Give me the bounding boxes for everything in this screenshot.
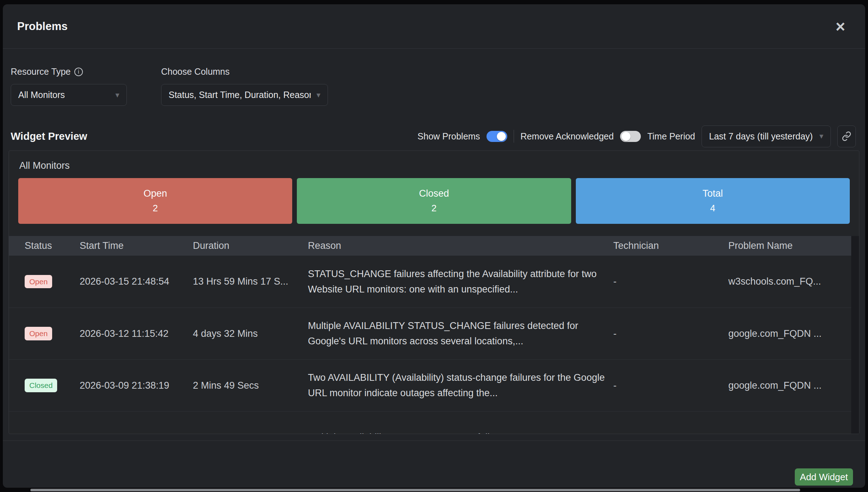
- filters-section: Resource Type i All Monitors ▾ Choose Co…: [11, 67, 328, 106]
- problem-name-cell: google.com_FQDN ...: [728, 308, 859, 359]
- widget-preview-header: Widget Preview Show Problems Remove Ackn…: [11, 124, 856, 148]
- open-summary-card[interactable]: Open 2: [18, 178, 292, 224]
- duration-cell: 4 days 32 Mins: [193, 308, 305, 359]
- section-title: Widget Preview: [11, 131, 87, 142]
- card-label: Closed: [419, 188, 449, 199]
- table-scrollbar[interactable]: [851, 236, 859, 434]
- reason-cell: Multiple Availability STATUS_CHANGE fail…: [308, 430, 608, 434]
- background-page-edge: [30, 489, 800, 491]
- show-problems-label: Show Problems: [418, 131, 480, 142]
- chevron-down-icon: ▾: [316, 90, 320, 100]
- choose-columns-value: Status, Start Time, Duration, Reason, T.…: [169, 90, 311, 100]
- technician-cell: -: [613, 256, 720, 308]
- table-row[interactable]: Open 2026-03-15 21:48:54 13 Hrs 59 Mins …: [9, 256, 859, 308]
- start-time-cell: 2026-03-15 21:48:54: [80, 256, 190, 308]
- column-header-problem-name: Problem Name: [728, 236, 793, 256]
- card-count: 2: [153, 203, 158, 214]
- dialog-header: Problems ×: [3, 4, 865, 49]
- reason-cell: STATUS_CHANGE failures affecting the Ava…: [308, 266, 608, 297]
- summary-cards: Open 2 Closed 2 Total 4: [18, 178, 850, 224]
- card-count: 4: [710, 203, 715, 214]
- choose-columns-select[interactable]: Status, Start Time, Duration, Reason, T.…: [161, 84, 328, 106]
- column-header-start-time: Start Time: [80, 236, 124, 256]
- info-icon[interactable]: i: [74, 68, 83, 76]
- problems-dialog: Problems × Resource Type i All Monitors …: [3, 4, 865, 488]
- widget-title: All Monitors: [19, 160, 70, 171]
- chevron-down-icon: ▾: [115, 90, 119, 100]
- chevron-down-icon: ▾: [819, 132, 823, 141]
- duration-cell: 13 Hrs 59 Mins 17 S...: [193, 256, 305, 308]
- dialog-title: Problems: [17, 20, 68, 33]
- table-header: Status Start Time Duration Reason Techni…: [9, 236, 859, 256]
- technician-cell: -: [613, 308, 720, 359]
- card-label: Total: [703, 188, 723, 199]
- time-period-label: Time Period: [647, 131, 695, 142]
- column-header-technician: Technician: [613, 236, 659, 256]
- footer-divider: [3, 441, 865, 441]
- problem-name-cell: w3schools.com_FQ...: [728, 256, 859, 308]
- reason-cell: Multiple AVAILABILITY STATUS_CHANGE fail…: [308, 318, 608, 349]
- start-time-cell: 2026-03-12 11:15:42: [80, 308, 190, 359]
- table-row[interactable]: Closed 2026-03-09 21:38:19 2 Mins 49 Sec…: [9, 359, 859, 411]
- status-badge: Open: [25, 275, 52, 288]
- total-summary-card[interactable]: Total 4: [576, 178, 850, 224]
- choose-columns-group: Choose Columns Status, Start Time, Durat…: [161, 67, 328, 106]
- duration-cell: 2 Mins 49 Secs: [193, 360, 305, 411]
- column-header-reason: Reason: [308, 236, 341, 256]
- technician-cell: -: [613, 360, 720, 411]
- problem-name-cell: google.com_FQDN ...: [728, 360, 859, 411]
- time-period-select[interactable]: Last 7 days (till yesterday) ▾: [702, 126, 831, 147]
- card-count: 2: [431, 203, 437, 214]
- status-badge: Closed: [25, 379, 57, 392]
- column-header-status: Status: [25, 236, 52, 256]
- reason-cell: Two AVAILABILITY (Availability) status-c…: [308, 370, 608, 401]
- closed-summary-card[interactable]: Closed 2: [297, 178, 571, 224]
- start-time-cell: 2026-03-09 21:38:19: [80, 360, 190, 411]
- close-button[interactable]: ×: [835, 18, 845, 35]
- add-widget-button[interactable]: Add Widget: [795, 468, 853, 486]
- copy-link-button[interactable]: [837, 126, 856, 147]
- preview-controls: Show Problems Remove Acknowledged Time P…: [418, 126, 856, 147]
- time-period-value: Last 7 days (till yesterday): [709, 131, 813, 142]
- table-row[interactable]: Multiple Availability STATUS_CHANGE fail…: [9, 411, 859, 434]
- close-icon: ×: [835, 17, 845, 36]
- resource-type-select[interactable]: All Monitors ▾: [11, 84, 127, 106]
- divider: [514, 130, 514, 143]
- widget-preview-panel: All Monitors Open 2 Closed 2 Total 4 Sta…: [9, 151, 859, 434]
- screen-background: Problems × Resource Type i All Monitors …: [0, 0, 868, 492]
- resource-type-group: Resource Type i All Monitors ▾: [11, 67, 127, 106]
- remove-acknowledged-label: Remove Acknowledged: [520, 131, 614, 142]
- resource-type-label: Resource Type: [11, 67, 71, 77]
- table-row[interactable]: Open 2026-03-12 11:15:42 4 days 32 Mins …: [9, 308, 859, 359]
- link-icon: [842, 131, 852, 141]
- status-badge: Open: [25, 327, 52, 340]
- resource-type-value: All Monitors: [18, 90, 65, 100]
- remove-acknowledged-toggle[interactable]: [620, 131, 641, 142]
- show-problems-toggle[interactable]: [487, 131, 507, 142]
- toggle-knob: [497, 132, 506, 141]
- card-label: Open: [144, 188, 167, 199]
- choose-columns-label: Choose Columns: [161, 67, 230, 77]
- toggle-knob: [622, 132, 630, 141]
- column-header-duration: Duration: [193, 236, 229, 256]
